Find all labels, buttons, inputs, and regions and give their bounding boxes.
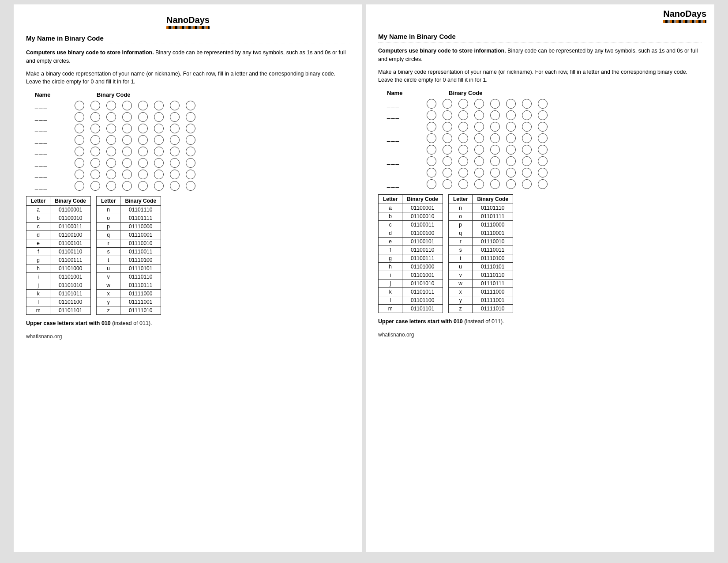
letter-cell: l (26, 298, 50, 306)
left-name-header-row: Name Binary Code (35, 91, 350, 98)
table-row: v01110110 (449, 271, 513, 280)
table-row: n01101110 (97, 206, 161, 214)
right-name-row-3: ___ (387, 122, 702, 132)
binary-code-cell: 01111010 (473, 305, 513, 313)
circle (474, 179, 484, 189)
circle (506, 122, 516, 132)
right-section-title: My Name in Binary Code (378, 33, 702, 42)
circle (490, 179, 500, 189)
table-row: i01101001 (379, 271, 443, 280)
binary-code-cell: 01101011 (50, 290, 91, 298)
binary-code-cell: 01100101 (50, 239, 91, 248)
circle (106, 158, 116, 168)
left-name-blank-4: ___ (35, 136, 70, 144)
circle (75, 101, 84, 110)
left-logo-text: NanoDays (166, 15, 210, 25)
right-website: whatisnano.org (378, 332, 702, 338)
circle (154, 170, 164, 179)
binary-code-cell: 01101011 (402, 288, 443, 296)
nano-text-right: Nano (663, 9, 685, 19)
letter-cell: b (379, 212, 402, 221)
letter-cell: u (97, 264, 120, 273)
logo-stripe-right (663, 20, 706, 23)
right-logo-wrapper: NanoDays (663, 9, 706, 23)
binary-code-cell: 01101101 (402, 305, 443, 313)
letter-cell: d (379, 229, 402, 238)
letter-cell: x (97, 290, 120, 298)
circle (75, 147, 84, 156)
circle (443, 110, 452, 120)
right-t1-col1-header: Letter (379, 195, 402, 204)
circle (490, 168, 500, 178)
circle (106, 101, 116, 110)
binary-code-cell: 01100110 (50, 248, 91, 256)
letter-cell: h (379, 263, 402, 271)
circle (538, 99, 548, 109)
table-row: t01110100 (449, 254, 513, 263)
binary-code-cell: 01100111 (402, 254, 443, 263)
circle (186, 147, 195, 156)
letter-cell: q (97, 231, 120, 239)
circle (138, 124, 148, 133)
table-row: f01100110 (379, 246, 443, 254)
circle (506, 110, 516, 120)
left-name-row-4: ___ (35, 135, 350, 145)
circle (458, 156, 468, 166)
letter-cell: g (26, 256, 50, 264)
circle (443, 156, 452, 166)
left-name-row-3: ___ (35, 124, 350, 133)
binary-code-cell: 01110111 (473, 280, 513, 288)
binary-code-cell: 01111000 (473, 288, 513, 296)
right-name-col-header: Name (387, 90, 422, 96)
right-footer-rest: (instead of 011). (463, 318, 504, 325)
table-row: m01101101 (26, 306, 91, 315)
letter-cell: k (379, 288, 402, 296)
binary-code-cell: 01110000 (473, 221, 513, 229)
binary-code-cell: 01101110 (473, 204, 513, 212)
letter-cell: j (379, 280, 402, 288)
nano-text-left: Nano (166, 15, 188, 25)
circle (106, 124, 116, 133)
circle (506, 145, 516, 155)
circle (522, 110, 532, 120)
letter-cell: e (26, 239, 50, 248)
table-row: e01100101 (26, 239, 91, 248)
left-t2-col2-header: Binary Code (120, 196, 161, 206)
binary-code-cell: 01111000 (120, 290, 161, 298)
letter-cell: r (97, 239, 120, 248)
circle (170, 147, 180, 156)
letter-cell: q (449, 229, 473, 238)
left-circles-row-8 (75, 181, 195, 191)
letter-cell: d (26, 231, 50, 239)
circle (490, 133, 500, 143)
letter-cell: n (97, 206, 120, 214)
right-circles-row-6 (427, 156, 548, 166)
table-row: t01110100 (97, 256, 161, 264)
circle (186, 124, 195, 133)
binary-code-cell: 01101000 (50, 264, 91, 273)
binary-code-cell: 01110110 (473, 271, 513, 280)
circle (443, 122, 452, 132)
circle (170, 170, 180, 179)
binary-code-cell: 01110001 (120, 231, 161, 239)
right-name-blank-3: ___ (387, 123, 422, 130)
letter-cell: s (97, 248, 120, 256)
left-circles-row-6 (75, 158, 195, 168)
table-row: u01110101 (449, 263, 513, 271)
circle (186, 158, 195, 168)
left-tables-section: Letter Binary Code a01100001b01100010c01… (26, 196, 350, 315)
circle (474, 168, 484, 178)
table-row: q01110001 (97, 231, 161, 239)
circle (522, 133, 532, 143)
circle (75, 135, 84, 145)
binary-code-cell: 01110101 (120, 264, 161, 273)
circle (170, 181, 180, 191)
letter-cell: z (449, 305, 473, 313)
circle (458, 179, 468, 189)
right-sheet: NanoDays My Name in Binary Code Computer… (366, 4, 714, 552)
right-circles-row-5 (427, 145, 548, 155)
table-row: y01111001 (97, 298, 161, 306)
binary-code-cell: 01100010 (402, 212, 443, 221)
circle (170, 158, 180, 168)
circle (490, 122, 500, 132)
